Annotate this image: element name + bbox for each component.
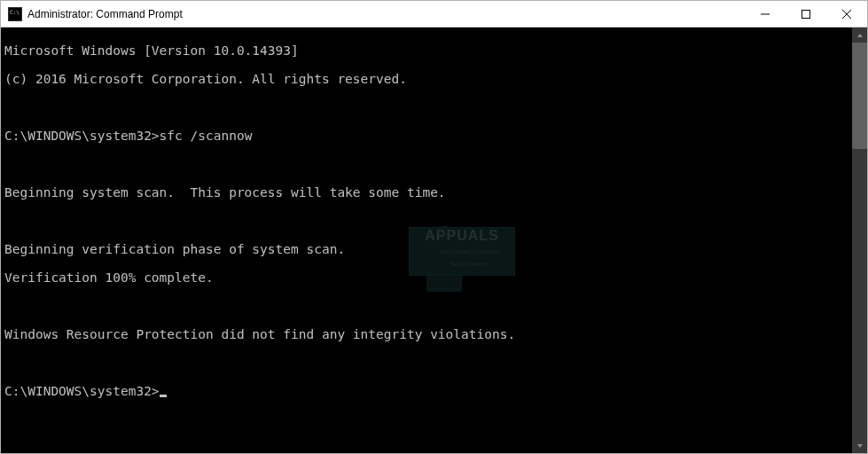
console-area: Microsoft Windows [Version 10.0.14393] (… <box>1 27 867 453</box>
output-line <box>4 214 852 228</box>
vertical-scrollbar[interactable] <box>852 27 867 453</box>
output-line <box>4 356 852 370</box>
minimize-button[interactable] <box>745 1 786 27</box>
scrollbar-up-button[interactable] <box>852 27 867 43</box>
window-titlebar: Administrator: Command Prompt <box>1 1 867 27</box>
cmd-icon <box>8 7 22 21</box>
cursor-icon <box>160 395 167 397</box>
command-text: sfc /scannow <box>160 129 253 143</box>
prompt: C:\WINDOWS\system32> <box>4 384 160 398</box>
scrollbar-thumb[interactable] <box>852 43 867 149</box>
output-line: C:\WINDOWS\system32>sfc /scannow <box>4 129 852 143</box>
watermark-brand-text: APPUALS <box>425 229 498 243</box>
output-line <box>4 299 852 313</box>
output-line <box>4 100 852 114</box>
output-line: Beginning verification phase of system s… <box>4 242 852 256</box>
output-line: (c) 2016 Microsoft Corporation. All righ… <box>4 72 852 86</box>
console-output[interactable]: Microsoft Windows [Version 10.0.14393] (… <box>1 27 852 453</box>
svg-rect-1 <box>802 11 810 19</box>
close-button[interactable] <box>826 1 867 27</box>
output-line: Microsoft Windows [Version 10.0.14393] <box>4 43 852 58</box>
window-title: Administrator: Command Prompt <box>27 8 745 20</box>
output-line: C:\WINDOWS\system32> <box>4 384 852 398</box>
output-line: Beginning system scan. This process will… <box>4 185 852 200</box>
svg-point-7 <box>446 234 451 239</box>
prompt: C:\WINDOWS\system32> <box>4 129 160 143</box>
svg-point-6 <box>437 234 442 239</box>
output-line: Windows Resource Protection did not find… <box>4 327 852 341</box>
scrollbar-down-button[interactable] <box>852 438 867 453</box>
output-line: Verification 100% complete. <box>4 270 852 285</box>
output-line <box>4 157 852 171</box>
maximize-button[interactable] <box>786 1 826 27</box>
window-controls <box>745 1 867 27</box>
